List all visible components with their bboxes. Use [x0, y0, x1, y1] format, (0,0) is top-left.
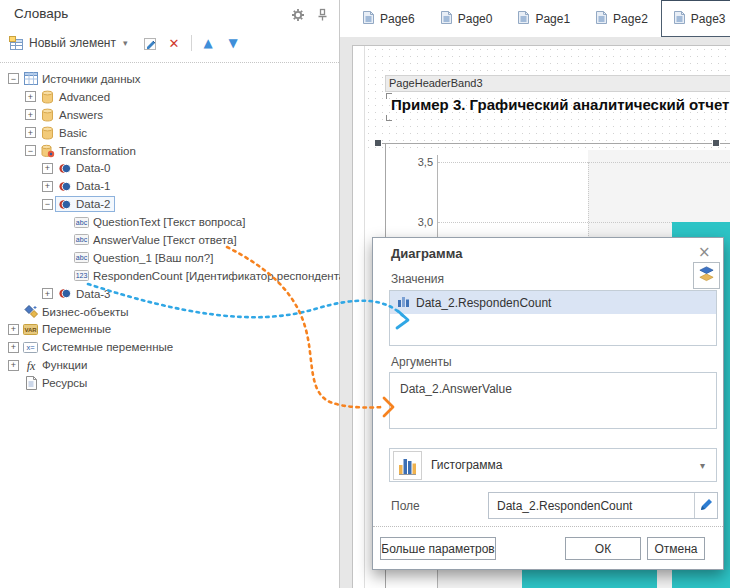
tab-label: Page0	[458, 12, 493, 26]
svg-text:fx: fx	[26, 359, 35, 372]
values-list-item[interactable]: Data_2.RespondenCount	[390, 291, 716, 314]
tree-item-data-2[interactable]: −Data-2	[0, 195, 338, 213]
pin-icon[interactable]	[317, 8, 328, 26]
svg-text:abc: abc	[76, 236, 88, 243]
dictionary-toolbar: Новый элемент ▾ ✕ ▲ ▼	[8, 32, 242, 54]
tree-item-basic[interactable]: +Basic	[0, 124, 338, 142]
chart-type-value: Гистограмма	[431, 458, 502, 472]
tree-item-label: Ресурсы	[42, 377, 87, 389]
expand-icon[interactable]: +	[25, 91, 36, 102]
tree-item-question-1-ваш-пол[interactable]: abcQuestion_1 [Ваш пол?]	[0, 249, 338, 267]
gear-icon[interactable]	[291, 8, 305, 26]
tree-item-системные-переменные[interactable]: +x=Системные переменные	[0, 338, 338, 356]
tree-item-data-0[interactable]: +Data-0	[0, 159, 338, 177]
more-parameters-button[interactable]: Больше параметров	[380, 537, 496, 560]
field-edit-button[interactable]	[694, 493, 717, 518]
tab-page2[interactable]: Page2	[583, 1, 661, 37]
component-corner-mark	[386, 115, 392, 121]
page-icon	[441, 11, 452, 27]
tree-item-answers[interactable]: +Answers	[0, 106, 338, 124]
system-variables-icon: x=	[23, 340, 38, 354]
page-icon	[596, 11, 607, 27]
new-item-icon	[8, 35, 25, 52]
tab-label: Page6	[380, 12, 415, 26]
numeric-column-icon: 123	[74, 269, 89, 283]
collapse-icon[interactable]: −	[25, 145, 36, 156]
delete-icon[interactable]: ✕	[166, 35, 183, 52]
tree-item-label: Системные переменные	[42, 341, 173, 353]
tree-item-advanced[interactable]: +Advanced	[0, 88, 338, 106]
pencil-icon	[700, 497, 713, 515]
expand-icon[interactable]: +	[8, 324, 19, 335]
tab-page3[interactable]: Page3	[661, 0, 730, 37]
tree-item-label: AnswerValue [Текст ответа]	[93, 234, 237, 246]
tree-item-ресурсы[interactable]: Ресурсы	[0, 374, 338, 392]
new-item-button[interactable]: Новый элемент ▾	[8, 35, 128, 52]
expand-icon[interactable]: +	[25, 127, 36, 138]
arguments-listbox[interactable]: Data_2.AnswerValue	[389, 372, 717, 429]
toolbar-divider	[191, 35, 192, 51]
y-axis-tick: 3,0	[405, 216, 433, 228]
tree-item-переменные[interactable]: +VARПеременные	[0, 320, 338, 338]
chart-selection-border	[377, 143, 730, 144]
collapse-icon[interactable]: −	[8, 73, 19, 84]
page-header-band[interactable]: PageHeaderBand3	[385, 75, 730, 92]
dictionary-panel: Словарь Новый элемент ▾ ✕ ▲ ▼ −Источники…	[0, 0, 340, 588]
selected-tree-item[interactable]: Data-2	[55, 196, 115, 212]
field-input[interactable]: Data_2.RespondenCount	[488, 492, 718, 519]
tree-item-источники-данных[interactable]: −Источники данных	[0, 70, 338, 88]
move-up-icon[interactable]: ▲	[200, 35, 217, 52]
variables-icon: VAR	[23, 322, 38, 336]
dialog-separator	[373, 526, 723, 527]
arguments-label: Аргументы	[391, 355, 452, 369]
tab-page1[interactable]: Page1	[505, 1, 583, 37]
histogram-icon	[393, 451, 422, 480]
edit-icon[interactable]	[142, 35, 159, 52]
page-tab-bar: Page6Page0Page1Page2Page3Pa	[340, 0, 730, 37]
chart-type-select[interactable]: Гистограмма ▾	[389, 448, 717, 482]
selection-handle[interactable]	[374, 139, 382, 147]
cancel-button[interactable]: Отмена	[647, 537, 705, 560]
values-listbox[interactable]: Data_2.RespondenCount	[389, 290, 717, 346]
page-icon	[518, 11, 529, 27]
data-table-icon	[57, 287, 72, 301]
values-item-label: Data_2.RespondenCount	[416, 296, 551, 310]
selection-handle[interactable]	[712, 139, 720, 147]
collapse-icon[interactable]: −	[42, 199, 53, 210]
tab-page6[interactable]: Page6	[350, 1, 428, 37]
data-table-icon	[57, 179, 72, 193]
string-column-icon: abc	[74, 251, 89, 265]
tree-item-функции[interactable]: +fxФункции	[0, 356, 338, 374]
close-icon[interactable]: ×	[698, 243, 711, 261]
expand-icon[interactable]: +	[8, 342, 19, 353]
tree-item-respondencount-идентификатор-респондента[interactable]: 123RespondenCount [Идентификатор респонд…	[0, 267, 338, 285]
tree-item-transformation[interactable]: −Transformation	[0, 142, 338, 160]
tree-item-бизнес-объекты[interactable]: Бизнес-объекты	[0, 303, 338, 321]
resources-icon	[23, 376, 38, 390]
tree-item-data-3[interactable]: +Data-3	[0, 285, 338, 303]
expand-icon[interactable]: +	[8, 360, 19, 371]
report-title-text[interactable]: Пример 3. Графический аналитический отче…	[391, 96, 730, 113]
chart-dialog: Диаграмма × Значения Data_2.RespondenCou…	[372, 237, 724, 570]
tree-item-label: Question_1 [Ваш пол?]	[93, 252, 213, 264]
move-down-icon[interactable]: ▼	[225, 35, 242, 52]
tree-item-answervalue-текст-ответа[interactable]: abcAnswerValue [Текст ответа]	[0, 231, 338, 249]
dialog-title: Диаграмма	[391, 246, 462, 261]
chart-gridline	[438, 162, 730, 163]
expand-icon[interactable]: +	[42, 181, 53, 192]
database-icon	[40, 90, 55, 104]
svg-text:VAR: VAR	[24, 327, 37, 333]
tree-item-data-1[interactable]: +Data-1	[0, 177, 338, 195]
ok-button[interactable]: ОК	[565, 537, 641, 560]
component-corner-mark	[386, 93, 392, 99]
tab-page0[interactable]: Page0	[428, 1, 506, 37]
arguments-list-item[interactable]: Data_2.AnswerValue	[390, 373, 716, 396]
expand-icon[interactable]: +	[42, 163, 53, 174]
layers-button[interactable]	[693, 262, 720, 289]
expand-icon[interactable]: +	[25, 109, 36, 120]
chevron-down-icon: ▾	[123, 38, 128, 48]
svg-text:x=: x=	[26, 343, 35, 352]
tree-item-label: QuestionText [Текст вопроса]	[93, 216, 245, 228]
tree-item-questiontext-текст-вопроса[interactable]: abcQuestionText [Текст вопроса]	[0, 213, 338, 231]
expand-icon[interactable]: +	[42, 288, 53, 299]
